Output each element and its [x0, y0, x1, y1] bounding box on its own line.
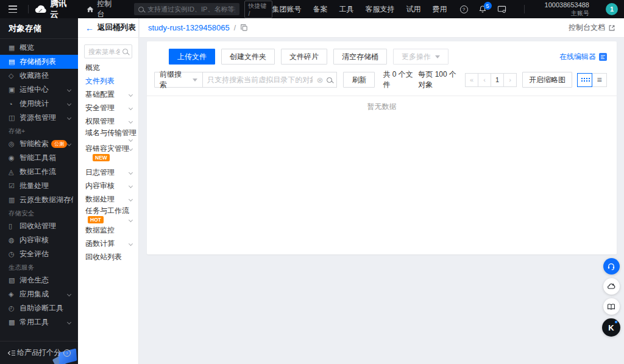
refresh-button[interactable]: 刷新 — [343, 72, 375, 88]
submenu-item-recycle-list[interactable]: 回收站列表 — [78, 250, 138, 264]
topbar-menu-billing[interactable]: 费用 — [433, 4, 447, 15]
sidebar-item-recycle-mgmt[interactable]: ▯ 回收站管理 — [0, 219, 78, 233]
grid-view-button[interactable] — [577, 73, 592, 87]
file-fragments-button[interactable]: 文件碎片 — [281, 49, 327, 65]
self-diagnosis-icon: ◴ — [9, 304, 20, 312]
chevron-down-icon — [129, 92, 133, 96]
lakehouse-eco-icon: ▧ — [9, 276, 20, 284]
content-audit-icon: ◍ — [9, 236, 20, 244]
back-to-bucket-list: 返回桶列表 — [98, 23, 136, 33]
submenu-search-input[interactable] — [88, 48, 120, 55]
sidebar-item-smart-toolbox[interactable]: ◉ 智能工具箱 — [0, 151, 78, 165]
chevron-down-icon — [129, 105, 133, 110]
first-page-button[interactable]: « — [465, 73, 478, 87]
submenu-item-file-list[interactable]: 文件列表 — [78, 74, 138, 88]
object-search[interactable]: ⊗ — [202, 72, 337, 88]
global-search[interactable] — [134, 3, 239, 15]
empty-bucket-button[interactable]: 清空存储桶 — [333, 49, 387, 65]
submenu-item-content-audit[interactable]: 内容审核 — [78, 179, 138, 192]
copy-icon[interactable] — [240, 24, 248, 32]
topbar-menu-tools[interactable]: 工具 — [339, 4, 354, 15]
sidebar-item-smart-retrieval[interactable]: ◎ 智能检索 公测 — [0, 137, 78, 151]
list-view-button[interactable]: ≡ — [592, 73, 607, 87]
avatar[interactable]: 1 — [606, 3, 618, 15]
submenu-item-task-workflow[interactable]: 任务与工作流 HOT — [78, 206, 138, 223]
more-actions-button[interactable]: 更多操作 — [393, 49, 448, 65]
submenu-item-security-mgmt[interactable]: 安全管理 — [78, 101, 138, 114]
view-toggle: ≡ — [578, 73, 607, 87]
sidebar-item-overview[interactable]: ▦ 概览 — [0, 41, 78, 55]
topbar-menu-group-account[interactable]: 集团账号 — [272, 4, 302, 15]
divider — [524, 5, 525, 13]
sidebar-item-data-workflow[interactable]: ◬ 数据工作流 — [0, 165, 78, 179]
global-search-input[interactable] — [147, 5, 235, 13]
object-search-input[interactable] — [207, 75, 313, 84]
prefix-search-select[interactable]: 前缀搜索 — [154, 72, 203, 88]
file-list-card: 上传文件 创建文件夹 文件碎片 清空存储桶 更多操作 在线编辑器 前缀搜索 — [147, 41, 617, 254]
shortcut-hint: 快捷键 / — [244, 1, 272, 18]
survey-cloud-icon — [607, 282, 615, 290]
online-editor-link[interactable]: 在线编辑器 — [559, 52, 607, 62]
topbar-menu-icp-filing[interactable]: 备案 — [313, 4, 328, 15]
documentation-button[interactable] — [603, 298, 620, 315]
clear-input-icon[interactable]: ⊗ — [316, 76, 323, 84]
sidebar-item-lakehouse-eco[interactable]: ▧ 湖仓生态 — [0, 273, 78, 287]
submenu-item-data-processing[interactable]: 数据处理 — [78, 192, 138, 206]
console-settings-icon[interactable] — [497, 5, 506, 13]
submenu-item-disaster-recovery[interactable]: 容错容灾管理 NEW — [78, 141, 138, 166]
breadcrumb-bucket-name[interactable]: study-rust-1329458065 — [148, 23, 230, 32]
submenu-search[interactable] — [84, 44, 132, 58]
sidebar-item-batch-processing[interactable]: ☑ 批量处理 — [0, 179, 78, 193]
filter-bar: 前缀搜索 ⊗ 刷新 共 0 个文件 每页 100 个对象 « ‹ 1 › 开启缩… — [147, 65, 617, 90]
rate-product-link[interactable]: 给产品打个分 › — [17, 348, 71, 358]
sidebar-item-self-diagnosis[interactable]: ◴ 自助诊断工具 — [0, 301, 78, 315]
sidebar-item-usage-stats[interactable]: ◔ 使用统计 — [0, 97, 78, 111]
floating-buttons: K — [602, 258, 620, 337]
help-icon[interactable]: ? — [460, 5, 468, 13]
submenu-item-permission-mgmt[interactable]: 权限管理 — [78, 114, 138, 128]
account-info[interactable]: 100038653488 主账号 — [545, 1, 589, 17]
notifications[interactable]: 5 — [478, 5, 487, 13]
prev-page-button[interactable]: ‹ — [478, 73, 491, 87]
console-doc-link[interactable]: 控制台文档 — [569, 23, 615, 33]
submenu-header[interactable]: ← 返回桶列表 — [78, 18, 138, 38]
native-datalake-icon: ▥ — [9, 196, 20, 204]
search-icon[interactable] — [327, 77, 332, 83]
submenu-item-log-mgmt[interactable]: 日志管理 — [78, 166, 138, 179]
thumbnail-toggle-button[interactable]: 开启缩略图 — [522, 72, 572, 88]
sidebar-item-native-datalake[interactable]: ▥ 云原生数据湖存储 — [0, 193, 78, 207]
sidebar-item-bucket-list[interactable]: ▤ 存储桶列表 — [0, 55, 78, 69]
sidebar-item-common-tools[interactable]: ▩ 常用工具 — [0, 315, 78, 329]
sidebar-item-ops-center[interactable]: ▣ 运维中心 — [0, 83, 78, 97]
upload-file-button[interactable]: 上传文件 — [169, 49, 215, 65]
create-folder-button[interactable]: 创建文件夹 — [221, 49, 275, 65]
chevron-down-icon — [129, 217, 133, 222]
sidebar-item-resource-pack[interactable]: ◫ 资源包管理 — [0, 111, 78, 125]
external-link-icon — [608, 24, 615, 32]
sidebar-item-app-integration[interactable]: ◈ 应用集成 — [0, 287, 78, 301]
submenu-item-data-monitor[interactable]: 数据监控 — [78, 223, 138, 237]
collapse-sidebar-icon[interactable] — [7, 349, 16, 357]
sidebar-item-favorite-path[interactable]: ◇ 收藏路径 — [0, 69, 78, 83]
topbar-menu-support[interactable]: 客服支持 — [366, 4, 395, 15]
customer-service-button[interactable] — [603, 258, 620, 275]
submenu-item-scf[interactable]: 函数计算 — [78, 237, 138, 250]
submenu-item-domain-transfer[interactable]: 域名与传输管理 — [78, 128, 138, 141]
feedback-button[interactable] — [603, 278, 620, 295]
assistant-button[interactable]: K — [602, 318, 620, 337]
sidebar-section-eco-services: 生态服务 — [0, 261, 78, 273]
hot-badge: HOT — [88, 216, 104, 223]
account-id: 100038653488 — [545, 1, 589, 10]
hamburger-menu-icon[interactable] — [9, 5, 17, 13]
back-arrow-icon: ← — [85, 24, 94, 32]
topbar-menu-trial[interactable]: 试用 — [406, 4, 421, 15]
sidebar-item-content-audit[interactable]: ◍ 内容审核 — [0, 233, 78, 247]
brand[interactable]: 腾讯云 — [35, 0, 71, 20]
submenu-item-overview[interactable]: 概览 — [78, 61, 138, 74]
submenu-item-basic-config[interactable]: 基础配置 — [78, 88, 138, 101]
next-page-button[interactable]: › — [503, 73, 517, 87]
sidebar-menu: ▦ 概览 ▤ 存储桶列表 ◇ 收藏路径 ▣ 运维中心 ◔ 使用统计 — [0, 39, 78, 341]
recycle-mgmt-icon: ▯ — [9, 222, 20, 230]
console-link[interactable]: 控制台 — [87, 0, 116, 19]
sidebar-item-security-assessment[interactable]: ◷ 安全评估 — [0, 247, 78, 261]
